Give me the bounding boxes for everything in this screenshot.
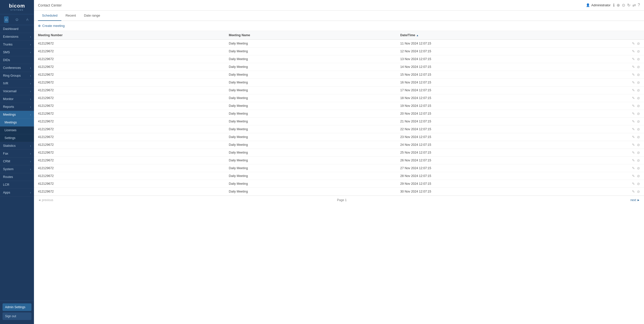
sign-out-button[interactable]: Sign out xyxy=(3,312,31,320)
edit-icon[interactable]: ✎ xyxy=(632,151,635,155)
cell-meeting-name: Daily Meeting xyxy=(225,86,396,94)
tab-recent[interactable]: Recent xyxy=(61,11,80,21)
col-datetime[interactable]: Date/Time▲ xyxy=(396,31,624,40)
delete-icon[interactable]: ⊘ xyxy=(637,73,640,77)
cell-meeting-name: Daily Meeting xyxy=(225,40,396,48)
topbar: Contact Center 👤 Administrator ℹ ⊕ ⊙ ↻ ⇄… xyxy=(34,0,644,11)
create-meeting-button[interactable]: ⊕ Create meeting xyxy=(38,24,65,28)
delete-icon[interactable]: ⊘ xyxy=(637,57,640,61)
cell-actions: ✎ ⊘ xyxy=(624,71,644,79)
delete-icon[interactable]: ⊘ xyxy=(637,135,640,139)
delete-icon[interactable]: ⊘ xyxy=(637,151,640,155)
edit-icon[interactable]: ✎ xyxy=(632,112,635,116)
delete-icon[interactable]: ⊘ xyxy=(637,80,640,84)
sidebar-item-apps[interactable]: Apps› xyxy=(0,189,34,197)
globe-icon[interactable]: ⊙ xyxy=(622,3,625,8)
delete-icon[interactable]: ⊘ xyxy=(637,96,640,100)
sidebar-item-label-crm: CRM xyxy=(3,160,10,163)
sidebar-item-sms[interactable]: SMS› xyxy=(0,49,34,56)
edit-icon[interactable]: ✎ xyxy=(632,182,635,186)
sidebar-item-ivr[interactable]: IVR› xyxy=(0,80,34,87)
edit-icon[interactable]: ✎ xyxy=(632,174,635,178)
cell-actions: ✎ ⊘ xyxy=(624,40,644,48)
sidebar-item-reports[interactable]: Reports› xyxy=(0,103,34,111)
sidebar-item-crm[interactable]: CRM› xyxy=(0,158,34,165)
cell-actions: ✎ ⊘ xyxy=(624,172,644,180)
cell-meeting-number: 412129672 xyxy=(34,110,225,118)
edit-icon[interactable]: ✎ xyxy=(632,158,635,162)
cell-actions: ✎ ⊘ xyxy=(624,118,644,125)
admin-settings-button[interactable]: Admin Settings xyxy=(3,303,31,311)
cell-meeting-name: Daily Meeting xyxy=(225,79,396,86)
sidebar-item-label-settings-sub: Settings xyxy=(5,136,15,140)
sidebar-item-meetings-sub[interactable]: Meetings xyxy=(0,119,34,126)
cell-meeting-number: 412129672 xyxy=(34,118,225,125)
edit-icon[interactable]: ✎ xyxy=(632,73,635,77)
delete-icon[interactable]: ⊘ xyxy=(637,65,640,69)
sidebar-item-licenses-sub[interactable]: Licenses xyxy=(0,126,34,134)
delete-icon[interactable]: ⊘ xyxy=(637,174,640,178)
edit-icon[interactable]: ✎ xyxy=(632,41,635,45)
home-icon[interactable]: ⌂ xyxy=(4,16,9,23)
table-row: 412129672Daily Meeting28 Nov 2024 12:07:… xyxy=(34,172,644,180)
sync-icon[interactable]: ⇄ xyxy=(632,3,636,8)
delete-icon[interactable]: ⊘ xyxy=(637,119,640,123)
share-icon[interactable]: ⑃ xyxy=(25,16,30,23)
refresh-icon[interactable]: ↻ xyxy=(627,3,630,8)
sidebar-item-meetings[interactable]: Meetings› xyxy=(0,111,34,119)
sidebar-item-conferences[interactable]: Conferences› xyxy=(0,64,34,72)
edit-icon[interactable]: ✎ xyxy=(632,190,635,194)
edit-icon[interactable]: ✎ xyxy=(632,80,635,84)
sidebar-item-monitor[interactable]: Monitor› xyxy=(0,95,34,103)
edit-icon[interactable]: ✎ xyxy=(632,88,635,92)
sidebar-item-trunks[interactable]: Trunks› xyxy=(0,41,34,49)
edit-icon[interactable]: ✎ xyxy=(632,104,635,108)
tab-scheduled[interactable]: Scheduled xyxy=(38,11,61,21)
delete-icon[interactable]: ⊘ xyxy=(637,182,640,186)
cell-meeting-number: 412129672 xyxy=(34,40,225,48)
delete-icon[interactable]: ⊘ xyxy=(637,112,640,116)
help-icon[interactable]: ? xyxy=(638,3,640,8)
edit-icon[interactable]: ✎ xyxy=(632,127,635,131)
edit-icon[interactable]: ✎ xyxy=(632,119,635,123)
sidebar-item-dids[interactable]: DIDs xyxy=(0,56,34,64)
chevron-icon: › xyxy=(30,191,31,194)
cell-datetime: 23 Nov 2024 12:07:15 xyxy=(396,133,624,141)
sidebar-item-voicemail[interactable]: Voicemail› xyxy=(0,87,34,95)
delete-icon[interactable]: ⊘ xyxy=(637,104,640,108)
sidebar-item-routes[interactable]: Routes xyxy=(0,173,34,181)
edit-icon[interactable]: ✎ xyxy=(632,166,635,170)
sidebar-item-lcr[interactable]: LCR xyxy=(0,181,34,189)
sidebar-item-fax[interactable]: Fax› xyxy=(0,150,34,158)
delete-icon[interactable]: ⊘ xyxy=(637,49,640,53)
cell-actions: ✎ ⊘ xyxy=(624,125,644,133)
info-icon[interactable]: ℹ xyxy=(613,3,615,8)
delete-icon[interactable]: ⊘ xyxy=(637,41,640,45)
delete-icon[interactable]: ⊘ xyxy=(637,127,640,131)
cell-datetime: 25 Nov 2024 12:07:15 xyxy=(396,149,624,157)
edit-icon[interactable]: ✎ xyxy=(632,65,635,69)
sidebar-item-dashboard[interactable]: Dashboard xyxy=(0,25,34,33)
edit-icon[interactable]: ✎ xyxy=(632,96,635,100)
edit-icon[interactable]: ✎ xyxy=(632,57,635,61)
delete-icon[interactable]: ⊘ xyxy=(637,158,640,162)
edit-icon[interactable]: ✎ xyxy=(632,135,635,139)
cell-meeting-number: 412129672 xyxy=(34,141,225,149)
delete-icon[interactable]: ⊘ xyxy=(637,166,640,170)
pagination-next[interactable]: next ► xyxy=(630,198,640,202)
sidebar-item-settings-sub[interactable]: Settings xyxy=(0,134,34,142)
sidebar-item-system[interactable]: System› xyxy=(0,165,34,173)
tab-date-range[interactable]: Date range xyxy=(80,11,104,21)
user-icon[interactable]: ☺ xyxy=(14,16,20,23)
edit-icon[interactable]: ✎ xyxy=(632,49,635,53)
add-icon[interactable]: ⊕ xyxy=(617,3,620,8)
delete-icon[interactable]: ⊘ xyxy=(637,190,640,194)
sidebar-item-statistics[interactable]: Statistics› xyxy=(0,142,34,150)
delete-icon[interactable]: ⊘ xyxy=(637,88,640,92)
edit-icon[interactable]: ✎ xyxy=(632,143,635,147)
delete-icon[interactable]: ⊘ xyxy=(637,143,640,147)
sidebar-item-extensions[interactable]: Extensions› xyxy=(0,33,34,41)
pagination-prev[interactable]: ◄ previous xyxy=(38,198,53,202)
sidebar-item-ring-groups[interactable]: Ring Groups› xyxy=(0,72,34,80)
chevron-icon: › xyxy=(30,43,31,46)
